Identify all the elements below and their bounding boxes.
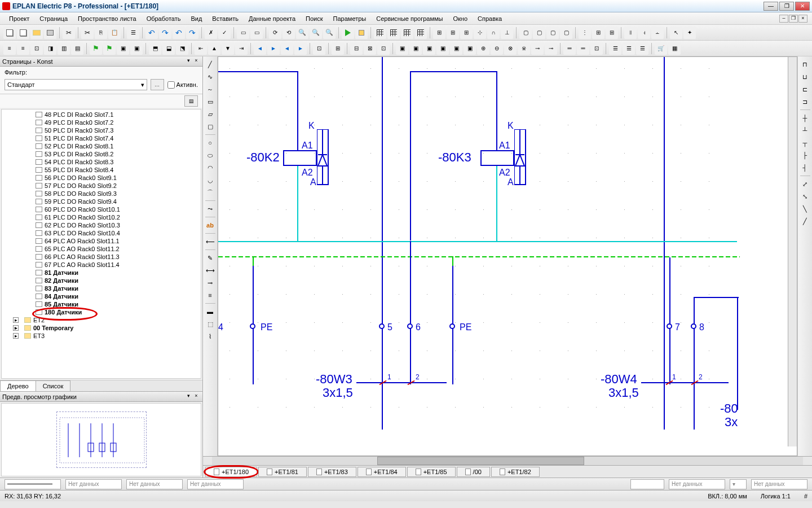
cursor-button[interactable]: ↖ — [670, 27, 682, 39]
down-button[interactable]: ▼ — [222, 42, 234, 55]
box1-button[interactable]: ▢ — [519, 27, 532, 39]
open-button[interactable] — [30, 27, 43, 39]
comp11-button[interactable]: ⊸ — [531, 42, 544, 55]
rtool-8[interactable]: ├ — [800, 150, 811, 161]
redo-button[interactable] — [159, 27, 171, 39]
align3-button[interactable]: ⫠ — [651, 27, 664, 39]
ortho-button[interactable]: ⊥ — [501, 27, 513, 39]
sheet-tab[interactable]: /00 — [457, 467, 490, 477]
tool-spline[interactable] — [205, 84, 216, 95]
menu-projectdata[interactable]: Данные проекта — [244, 14, 300, 23]
first-button[interactable]: ⇤ — [195, 42, 207, 55]
paste-button[interactable]: 📋 — [108, 27, 121, 39]
part1-button[interactable]: ⊡ — [313, 42, 325, 55]
rtool-3[interactable]: ⊏ — [800, 84, 811, 95]
sync-button[interactable]: ⟲ — [283, 27, 295, 39]
tree-item[interactable]: 64 PLC AO Rack0 Slot11.1 — [2, 237, 201, 245]
menu-utilities[interactable]: Сервисные программы — [372, 14, 447, 23]
menu-find[interactable]: Поиск — [301, 14, 327, 23]
comp10-button[interactable]: ※ — [518, 42, 530, 55]
menu-window[interactable]: Окно — [449, 14, 473, 23]
rtool-6[interactable]: ┴ — [800, 125, 811, 136]
tool-chart[interactable]: ⬚ — [205, 318, 216, 330]
tree-item[interactable]: 81 Датчики — [2, 269, 201, 277]
comp4-button[interactable]: ▣ — [436, 42, 449, 55]
box2-button[interactable]: ▢ — [533, 27, 545, 39]
tree-item[interactable]: ▸ET2 — [2, 316, 201, 324]
comp3-button[interactable]: ▣ — [423, 42, 435, 55]
tool-dim[interactable]: ⟵ — [205, 236, 216, 247]
tree-item[interactable]: 58 PLC DO Rack0 Slot9.3 — [2, 190, 201, 198]
cfg1-button[interactable]: ⋮ — [579, 27, 591, 39]
tool-arc[interactable]: ◠ — [205, 162, 216, 173]
menu-view[interactable]: Вид — [186, 14, 206, 23]
maximize-button[interactable]: ❐ — [779, 2, 794, 11]
tree-item[interactable]: 62 PLC DO Rack0 Slot10.3 — [2, 221, 201, 229]
rtool-10[interactable]: ⤢ — [800, 178, 811, 190]
grid1-button[interactable] — [374, 27, 386, 39]
next-button[interactable] — [267, 42, 280, 55]
part2-button[interactable]: ⊞ — [332, 42, 344, 55]
menu-project[interactable]: Проект — [5, 14, 34, 23]
flag2-button[interactable] — [103, 42, 116, 55]
tree-item[interactable]: 85 Датчики — [2, 300, 201, 308]
tree-item[interactable]: 49 PLC DI Rack0 Slot7.2 — [2, 119, 201, 126]
tree-item[interactable]: 65 PLC AO Rack0 Slot11.2 — [2, 245, 201, 253]
cfg3-button[interactable]: ⊞ — [606, 27, 618, 39]
comp2-button[interactable]: ▣ — [409, 42, 422, 55]
comp1-button[interactable]: ▣ — [396, 42, 408, 55]
mark2-button[interactable]: ⬓ — [162, 42, 175, 55]
canvas-vscroll[interactable] — [788, 57, 797, 446]
drawing-canvas[interactable]: -80K2 K A1 A2 A — [218, 56, 797, 456]
grid3-button[interactable] — [401, 27, 413, 39]
tab-list[interactable]: Список — [36, 380, 71, 391]
rtool-9[interactable]: ┤ — [800, 162, 811, 173]
nav6-button[interactable]: ▤ — [71, 42, 83, 55]
sym1-button[interactable]: ⊟ — [350, 42, 363, 55]
db-button[interactable]: ▦ — [668, 42, 681, 55]
mark3-button[interactable]: ⬔ — [176, 42, 188, 55]
align2-button[interactable]: ⫞ — [638, 27, 650, 39]
prop-6[interactable]: ▾ — [730, 479, 747, 489]
tool-arc2[interactable]: ◡ — [205, 174, 216, 186]
menu-edit[interactable]: Обработать — [142, 14, 186, 23]
tool-line[interactable] — [205, 59, 216, 70]
grid4-button[interactable] — [414, 27, 427, 39]
nav4-button[interactable]: ◨ — [44, 42, 56, 55]
tbl3-button[interactable]: ⊞ — [460, 27, 473, 39]
rtool-2[interactable]: ⊔ — [800, 71, 811, 82]
nav1-button[interactable]: ≡ — [3, 42, 16, 55]
box3-button[interactable]: ▢ — [546, 27, 559, 39]
tree-item[interactable]: 53 PLC DI Rack0 Slot8.2 — [2, 150, 201, 158]
tool-roundrect[interactable]: ▢ — [205, 121, 216, 132]
tbl2-button[interactable]: ⊞ — [447, 27, 459, 39]
sym2-button[interactable]: ⊠ — [364, 42, 376, 55]
minimize-button[interactable]: — — [764, 2, 778, 11]
prop-7[interactable]: Нет данных — [751, 479, 807, 489]
list3-button[interactable]: ☰ — [636, 42, 648, 55]
rtool-4[interactable]: ⊐ — [800, 96, 811, 107]
mdi-restore[interactable]: ❐ — [789, 15, 798, 23]
rtool-13[interactable]: ╱ — [800, 216, 811, 227]
last-button[interactable]: ⇥ — [235, 42, 248, 55]
cart-button[interactable]: 🛒 — [655, 42, 667, 55]
tree-item[interactable]: 50 PLC DI Rack0 Slot7.3 — [2, 126, 201, 134]
tree-item[interactable]: 60 PLC DO Rack0 Slot10.1 — [2, 205, 201, 213]
sheet-tab[interactable]: +ET1/82 — [491, 467, 540, 477]
tool-misc[interactable]: ⌇ — [205, 331, 216, 342]
menu-insert[interactable]: Вставить — [208, 14, 243, 23]
undo2-button[interactable] — [173, 27, 185, 39]
comp12-button[interactable]: ⊸ — [545, 42, 557, 55]
copy-button[interactable]: ⎘ — [95, 27, 107, 39]
flag3-button[interactable]: ▣ — [117, 42, 129, 55]
cut-button[interactable] — [63, 27, 75, 39]
comp7-button[interactable]: ⊕ — [477, 42, 489, 55]
list1-button[interactable]: ☰ — [609, 42, 621, 55]
flag4-button[interactable]: ▣ — [130, 42, 143, 55]
tool-probe[interactable]: ✎ — [205, 252, 216, 264]
tree-item[interactable]: 56 PLC DO Rack0 Slot9.1 — [2, 174, 201, 182]
cut2-button[interactable] — [81, 27, 94, 39]
tree-item[interactable]: 52 PLC DI Rack0 Slot8.1 — [2, 142, 201, 150]
menu-help[interactable]: Справка — [473, 14, 506, 23]
panel-pin-button[interactable]: ▾ — [184, 58, 192, 65]
